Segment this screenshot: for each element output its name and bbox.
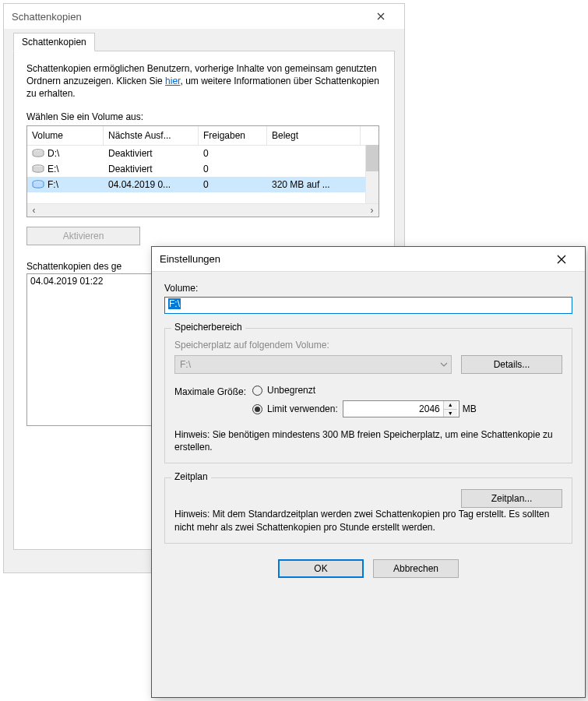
max-size-label: Maximale Größe: — [174, 385, 246, 397]
vertical-scrollbar[interactable] — [365, 145, 379, 203]
disk-icon — [32, 164, 44, 174]
col-shares[interactable]: Freigaben — [199, 126, 267, 145]
schedule-group: Zeitplan Zeitplan... Hinweis: Mit dem St… — [164, 477, 572, 543]
tab-strip: Schattenkopien — [13, 32, 395, 51]
description-text: Schattenkopien ermöglichen Benutzern, vo… — [26, 62, 382, 100]
col-next-run[interactable]: Nächste Ausf... — [104, 126, 199, 145]
disk-icon — [32, 149, 44, 158]
scroll-thumb[interactable] — [366, 145, 379, 171]
window-title: Schattenkopien — [12, 11, 365, 23]
spinner-down[interactable]: ▼ — [444, 410, 457, 417]
ok-button[interactable]: OK — [278, 559, 364, 578]
select-volume-label: Wählen Sie ein Volume aus: — [26, 111, 382, 122]
radio-use-limit-label[interactable]: Limit verwenden: — [267, 403, 338, 414]
disk-icon — [32, 180, 44, 189]
schedule-legend: Zeitplan — [171, 471, 211, 482]
storage-group: Speicherbereich Speicherplatz auf folgen… — [164, 328, 572, 463]
storage-location-label: Speicherplatz auf folgendem Volume: — [174, 340, 562, 350]
cancel-button[interactable]: Abbrechen — [373, 559, 459, 578]
table-row[interactable]: E:\ Deaktiviert 0 — [27, 161, 379, 177]
spinner-up[interactable]: ▲ — [444, 401, 457, 410]
radio-unlimited[interactable] — [252, 386, 262, 396]
radio-unlimited-label[interactable]: Unbegrenzt — [267, 385, 315, 396]
table-header-row: Volume Nächste Ausf... Freigaben Belegt — [27, 126, 379, 146]
close-icon — [557, 255, 566, 264]
table-row[interactable]: D:\ Deaktiviert 0 — [27, 146, 379, 161]
close-icon — [377, 12, 385, 20]
dialog-body: Volume: F:\ Speicherbereich Speicherplat… — [152, 272, 585, 589]
scroll-right-arrow[interactable]: › — [365, 203, 379, 217]
col-used[interactable]: Belegt — [267, 126, 361, 145]
activate-button[interactable]: Aktivieren — [26, 227, 140, 245]
limit-spinner[interactable]: ▲ ▼ — [343, 400, 459, 417]
radio-dot — [255, 407, 260, 412]
close-button[interactable] — [365, 5, 396, 27]
title-bar[interactable]: Schattenkopien — [4, 4, 404, 29]
dialog-title: Einstellungen — [160, 253, 546, 265]
details-button[interactable]: Details... — [461, 355, 562, 374]
storage-hint: Hinweis: Sie benötigen mindestens 300 MB… — [174, 428, 562, 453]
volumes-table[interactable]: Volume Nächste Ausf... Freigaben Belegt … — [26, 125, 379, 217]
info-link[interactable]: hier — [165, 76, 180, 86]
storage-volume-combo[interactable]: F:\ — [174, 355, 452, 374]
chevron-down-icon — [440, 358, 448, 369]
storage-legend: Speicherbereich — [171, 322, 245, 333]
title-bar[interactable]: Einstellungen — [152, 247, 585, 272]
scroll-left-arrow[interactable]: ‹ — [27, 203, 40, 217]
schedule-button[interactable]: Zeitplan... — [461, 489, 562, 508]
volume-label: Volume: — [164, 283, 572, 294]
table-row[interactable]: F:\ 04.04.2019 0... 0 320 MB auf ... — [27, 177, 379, 192]
col-volume[interactable]: Volume — [27, 126, 104, 145]
close-button[interactable] — [546, 248, 577, 270]
radio-use-limit[interactable] — [252, 404, 262, 414]
table-body: D:\ Deaktiviert 0 E:\ Deaktiviert 0 F:\ … — [27, 146, 379, 203]
tab-shadow-copies[interactable]: Schattenkopien — [13, 33, 95, 51]
limit-input[interactable] — [343, 401, 443, 417]
schedule-hint: Hinweis: Mit dem Standardzeitplan werden… — [174, 508, 562, 533]
limit-unit: MB — [463, 403, 477, 414]
settings-dialog: Einstellungen Volume: F:\ Speicherbereic… — [151, 246, 586, 698]
volume-input[interactable]: F:\ — [164, 297, 572, 314]
horizontal-scrollbar[interactable]: ‹ › — [27, 203, 379, 217]
